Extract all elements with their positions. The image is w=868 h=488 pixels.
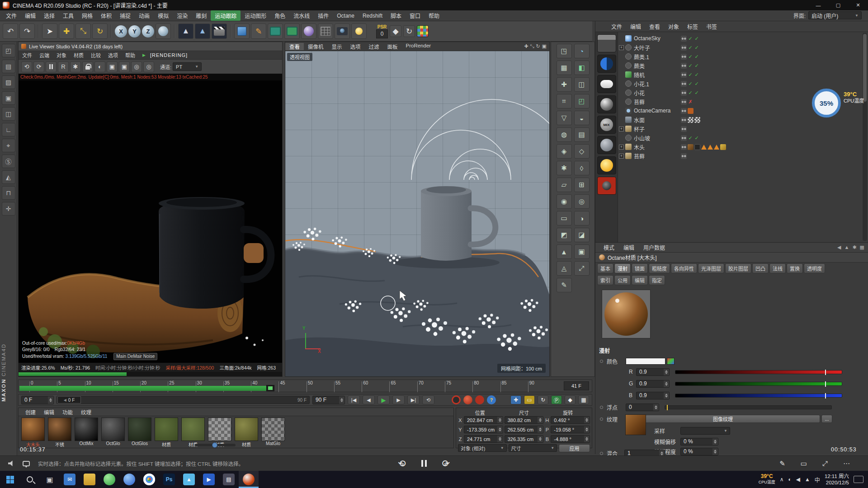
spinner-arrows[interactable]	[712, 438, 718, 445]
maximize-button[interactable]: ▢	[828, 0, 848, 10]
layer-tag[interactable]	[681, 144, 687, 150]
red-slider[interactable]	[675, 370, 842, 374]
modeling-tool-icon[interactable]: ▽	[557, 111, 572, 125]
render-settings-button[interactable]	[212, 23, 227, 39]
green-slider[interactable]	[675, 382, 842, 386]
tray-cpu-temp[interactable]: 39°C CPU温度	[759, 474, 775, 485]
coord-mode-dropdown[interactable]: 对象 (相对)▼	[458, 444, 507, 452]
material-thumb[interactable]	[101, 418, 125, 441]
menu-item[interactable]: 文件	[2, 10, 21, 21]
x-axis-lock-button[interactable]: X	[115, 25, 127, 38]
render-visibility-check[interactable]: ✓	[694, 135, 699, 141]
color-picker-icon[interactable]	[667, 358, 675, 365]
material-item[interactable]: 大木头	[21, 418, 45, 448]
modeling-tool-icon[interactable]: ⤢	[574, 261, 590, 276]
material-sub-tab[interactable]: 公用	[614, 275, 631, 285]
loop-playback-button[interactable]: ⟲	[422, 395, 434, 404]
sample-dropdown[interactable]: ▼	[680, 427, 730, 435]
object-row[interactable]: 蕨类 ✓✓	[619, 61, 861, 70]
menu-item[interactable]: 窗口	[406, 10, 425, 21]
slider-marker[interactable]	[825, 370, 826, 375]
material-item[interactable]: 材质	[235, 418, 258, 448]
zoom-view-icon[interactable]: ⤡	[530, 43, 534, 49]
material-sub-tab[interactable]: 编辑	[632, 275, 648, 285]
blur-scale-field[interactable]: 0 %	[680, 448, 718, 455]
scrollbar-knob[interactable]	[212, 442, 217, 448]
simulate-button[interactable]	[301, 23, 316, 39]
material-tag-wood[interactable]	[688, 144, 693, 150]
octane-glossy-icon[interactable]	[597, 95, 616, 113]
menu-item[interactable]: 工具	[59, 10, 78, 21]
menu-item[interactable]: 渲染	[173, 10, 192, 21]
back-icon[interactable]: ◀	[837, 244, 841, 250]
editor-visibility-check[interactable]: ✓	[688, 135, 693, 141]
taskbar-clock[interactable]: 12:11 周六 2020/12/5	[825, 473, 849, 486]
rot-p-field[interactable]: -19.058 °	[551, 426, 590, 433]
taskbar-app-cinema4d-active[interactable]	[239, 471, 259, 488]
texture-tag[interactable]	[688, 117, 693, 123]
editor-visibility-check[interactable]: ✓	[688, 63, 693, 69]
menu-item[interactable]: 编辑	[21, 10, 40, 21]
mode-tool-icon[interactable]: ◫	[2, 107, 15, 121]
material-ball-button[interactable]: ◐	[94, 61, 105, 72]
move-tool-button[interactable]: ✚	[59, 23, 74, 39]
spinner-arrows[interactable]	[48, 396, 53, 404]
texture-browse-button[interactable]: ...	[821, 415, 832, 423]
size-z-field[interactable]: 326.335 cm	[505, 435, 544, 443]
material-menu-item[interactable]: 编辑	[40, 408, 58, 416]
octane-mix-material-icon[interactable]: MIX	[597, 116, 616, 134]
key-parameter-button[interactable]: Ⓟ	[551, 395, 562, 404]
editor-visibility-check[interactable]: ✓	[688, 90, 693, 96]
redo-button[interactable]: ↷	[19, 23, 35, 39]
layer-tag[interactable]	[681, 90, 687, 96]
previous-frame-button[interactable]: ◀	[363, 395, 375, 404]
pick-focus-button[interactable]: ◎	[131, 61, 142, 72]
modeling-tool-icon[interactable]: ◔	[574, 44, 590, 58]
render-visibility-check[interactable]: ✓	[694, 81, 699, 87]
material-preview[interactable]	[602, 290, 651, 338]
keyframe-button[interactable]: ◆	[390, 25, 401, 37]
tray-expand-icon[interactable]: ∧	[780, 476, 784, 483]
object-manager-menu-item[interactable]: 书签	[702, 23, 721, 30]
notification-center-icon[interactable]	[854, 476, 863, 483]
camera-tag[interactable]	[688, 108, 693, 114]
keyframe-dot[interactable]	[600, 418, 603, 421]
subdivision-tag[interactable]	[714, 145, 719, 150]
mode-tool-icon[interactable]: ✛	[2, 202, 15, 216]
camera-tool-button[interactable]	[335, 23, 350, 39]
modeling-tool-icon[interactable]: ◊	[574, 161, 590, 175]
scrollbar[interactable]	[863, 33, 867, 241]
input-language-indicator[interactable]: 中	[815, 476, 820, 483]
spinner-arrows[interactable]	[664, 380, 669, 387]
render-view-button[interactable]: ▲	[178, 23, 193, 39]
object-manager-menu-item[interactable]: 对象	[664, 23, 683, 30]
checker-flag-icon[interactable]	[417, 25, 429, 37]
menu-item[interactable]: 体积	[97, 10, 116, 21]
mode-tool-icon[interactable]: ▨	[2, 75, 15, 89]
start-button[interactable]	[0, 471, 20, 488]
material-item[interactable]: MatGlo	[261, 418, 285, 448]
material-channel-tab[interactable]: 基本	[597, 263, 613, 273]
octane-clapper-icon[interactable]	[597, 34, 616, 52]
start-frame-field[interactable]: 0 F	[21, 396, 54, 404]
modeling-tool-icon[interactable]: ▤	[574, 127, 590, 142]
material-thumb[interactable]	[261, 418, 285, 441]
expand-icon[interactable]: +	[619, 45, 624, 50]
material-thumb[interactable]	[155, 418, 178, 441]
object-manager-menu-item[interactable]: 编辑	[626, 23, 645, 30]
spinner-arrows[interactable]	[664, 369, 669, 375]
diffuse-section-label[interactable]: 漫射	[599, 347, 610, 354]
editor-visibility-check[interactable]: ✓	[688, 54, 693, 60]
task-view-button[interactable]: ▣	[40, 471, 60, 488]
region-render-button[interactable]: R	[58, 61, 69, 72]
viewport-menu-item[interactable]: 查看	[285, 43, 304, 50]
object-row[interactable]: + 杯子	[619, 124, 861, 133]
display-icon[interactable]: ▭	[801, 460, 807, 468]
viewport-menu-item[interactable]: 过滤	[365, 43, 383, 50]
lock-resolution-button[interactable]	[82, 61, 93, 72]
end-frame-field[interactable]: 90 F	[312, 396, 345, 404]
viewport-menu-item[interactable]: 摄像机	[304, 43, 328, 50]
expand-icon[interactable]: +	[619, 145, 624, 150]
coord-size-dropdown[interactable]: 尺寸▼	[509, 444, 557, 452]
live-viewer-menu-item[interactable]: 选项	[104, 52, 122, 59]
